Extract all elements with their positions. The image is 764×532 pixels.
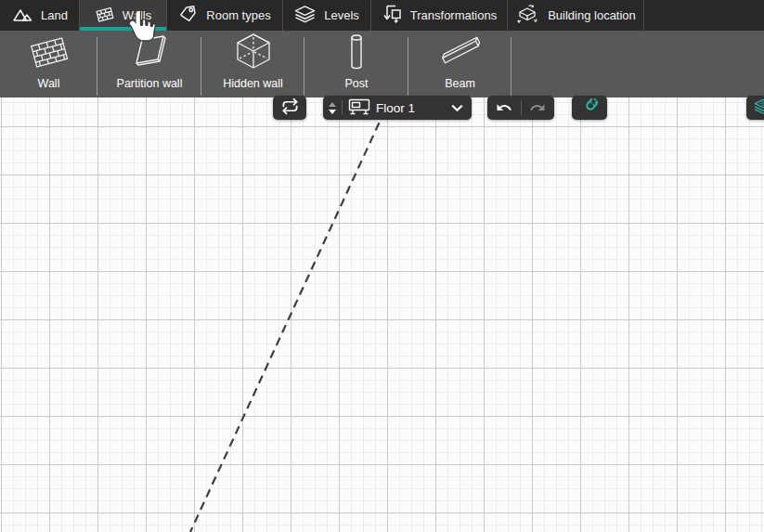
dashed-guide-line [190,97,391,532]
tool-wall[interactable]: Wall [0,31,97,97]
floor-selector[interactable]: Floor 1 [323,96,472,120]
wall-icon [28,32,71,71]
tab-label: Walls [123,8,151,22]
redo-button[interactable] [522,96,555,120]
floorplan-canvas[interactable] [0,97,764,532]
tab-transformations[interactable]: Transformations [371,0,508,31]
floor-spinner[interactable] [329,102,336,114]
chevron-down-icon [451,101,463,115]
tool-label: Partition wall [117,77,183,90]
tab-label: Room types [206,8,270,22]
tab-label: Transformations [410,8,497,22]
undo-redo-group [487,96,554,120]
tab-room-types[interactable]: Room types [167,0,283,31]
walls-toolbar: Wall Partition wall [0,31,764,97]
guide-layer [0,97,764,532]
tab-building-location[interactable]: Building location [508,0,644,31]
layers-button[interactable] [746,96,764,120]
tool-label: Post [344,77,368,90]
mountains-icon [11,6,32,25]
top-menu-bar: Land Walls [0,0,764,31]
brick-wall-icon [95,5,114,26]
tab-label: Levels [324,8,359,22]
repeat-icon [281,97,299,118]
undo-button[interactable] [487,96,521,120]
beam-icon [438,32,483,71]
partition-wall-icon [128,32,171,71]
tab-label: Building location [548,8,636,22]
layers-icon [754,98,764,117]
floor-plan-app: Land Walls [0,0,764,532]
transform-axes-icon [382,3,402,28]
tab-walls[interactable]: Walls [80,0,167,31]
tab-label: Land [41,8,68,22]
tool-hidden-wall[interactable]: Hidden wall [201,31,304,97]
tool-partition-wall[interactable]: Partition wall [97,31,201,97]
tool-label: Beam [445,77,475,90]
tool-post[interactable]: Post [304,31,408,97]
spinner-up-icon[interactable] [329,102,336,107]
tool-label: Wall [38,77,60,90]
divider [342,100,343,115]
redo-icon [529,99,546,116]
magnet-button[interactable] [572,96,607,120]
post-icon [335,32,378,71]
undo-icon [496,99,512,116]
tag-icon [178,5,198,26]
floor-icon [348,98,370,118]
repeat-button[interactable] [273,96,306,120]
hidden-wall-icon [232,32,275,71]
tab-land[interactable]: Land [0,0,80,31]
spinner-down-icon[interactable] [329,110,336,114]
tool-label: Hidden wall [223,77,283,90]
tool-beam[interactable]: Beam [408,31,511,97]
building-location-icon [515,3,539,28]
tab-levels[interactable]: Levels [283,0,371,31]
magnet-icon [580,97,600,119]
floor-selector-value: Floor 1 [376,101,446,115]
layers-icon [294,5,316,26]
